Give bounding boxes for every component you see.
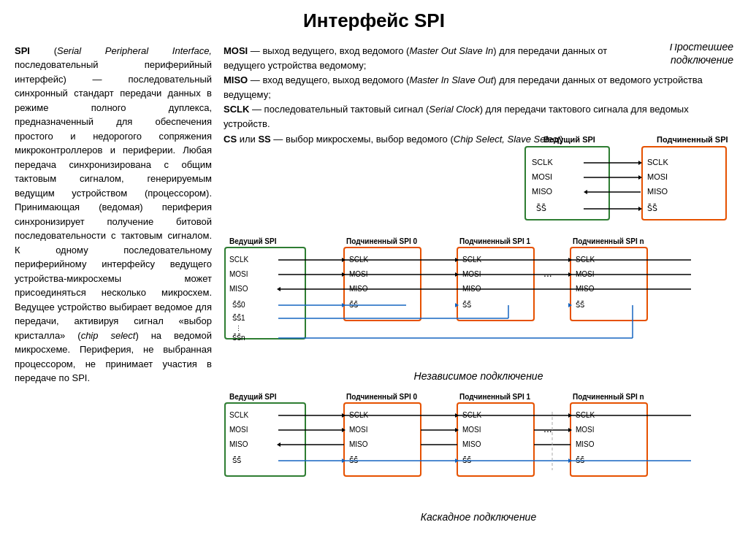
svg-text:MISO: MISO [229, 285, 248, 293]
svg-text:Подчиненный SPI 0: Подчиненный SPI 0 [346, 393, 418, 401]
svg-text:Подчиненный SPI 1: Подчиненный SPI 1 [459, 393, 531, 401]
svg-text:MOSI: MOSI [462, 426, 481, 434]
svg-text:MOSI: MOSI [229, 270, 248, 278]
svg-text:Ведущий SPI: Ведущий SPI [229, 393, 277, 401]
svg-text:MISO: MISO [229, 440, 248, 448]
svg-text:Подчиненный SPI 0: Подчиненный SPI 0 [346, 237, 418, 245]
page-title: Интерфейс SPI [15, 7, 733, 35]
svg-text:Ведущий SPI: Ведущий SPI [229, 237, 277, 245]
svg-text:S̄S̄0: S̄S̄0 [232, 301, 245, 309]
svg-text:SCLK: SCLK [229, 411, 248, 419]
svg-text:S̄S̄: S̄S̄ [462, 301, 471, 309]
left-description: SPI (Serial Peripheral Interface, послед… [15, 44, 212, 531]
svg-text:⋮: ⋮ [235, 325, 242, 332]
svg-text:SCLK: SCLK [532, 158, 553, 166]
cascade-connection-section: Ведущий SPI SCLK MOSI MISO S̄S̄ Подчинен… [224, 390, 733, 525]
svg-marker-57 [277, 287, 280, 291]
svg-marker-17 [584, 190, 587, 194]
svg-text:MISO: MISO [647, 187, 668, 196]
svg-text:S̄S̄: S̄S̄ [647, 204, 657, 212]
right-content: Простейшее подключение MOSI — выход веду… [224, 44, 733, 531]
simple-connection-diagram: Ведущий SPI SCLK MOSI MISO S̄S̄ Подчинен… [522, 132, 733, 227]
diagrams-area: Ведущий SPI SCLK MOSI MISO S̄S̄0 S̄S̄1 ⋮… [224, 234, 733, 525]
cascade-connection-diagram: Ведущий SPI SCLK MOSI MISO S̄S̄ Подчинен… [224, 390, 691, 503]
simple-connection-label: Простейшее подключение [638, 44, 733, 66]
svg-text:MOSI: MOSI [576, 426, 595, 434]
svg-text:SCLK: SCLK [229, 256, 248, 264]
independent-connection-section: Ведущий SPI SCLK MOSI MISO S̄S̄0 S̄S̄1 ⋮… [224, 234, 733, 384]
svg-text:...: ... [543, 423, 552, 434]
svg-text:Подчиненный SPI n: Подчиненный SPI n [573, 393, 644, 401]
svg-text:Подчиненный SPI 1: Подчиненный SPI 1 [459, 237, 531, 245]
independent-connection-diagram: Ведущий SPI SCLK MOSI MISO S̄S̄0 S̄S̄1 ⋮… [224, 234, 691, 362]
svg-text:MISO: MISO [532, 187, 553, 196]
cascade-label: Каскадное подключение [224, 510, 733, 524]
svg-text:S̄S̄1: S̄S̄1 [232, 314, 245, 322]
svg-text:MOSI: MOSI [349, 426, 368, 434]
svg-text:MISO: MISO [462, 440, 481, 448]
svg-text:Подчиненный SPI n: Подчиненный SPI n [573, 237, 644, 245]
svg-text:MISO: MISO [349, 440, 368, 448]
svg-text:S̄S̄: S̄S̄ [232, 456, 241, 464]
svg-text:SCLK: SCLK [647, 158, 668, 166]
svg-text:S̄S̄n: S̄S̄n [232, 334, 245, 342]
svg-text:...: ... [543, 267, 552, 279]
svg-text:MOSI: MOSI [647, 172, 668, 181]
svg-text:MOSI: MOSI [229, 426, 248, 434]
svg-text:MISO: MISO [576, 440, 595, 448]
svg-text:Ведущий SPI: Ведущий SPI [543, 135, 595, 144]
independent-label: Независимое подключение [224, 369, 733, 383]
right-description: Простейшее подключение MOSI — выход веду… [224, 44, 733, 227]
svg-text:S̄S̄: S̄S̄ [536, 204, 546, 212]
svg-text:Подчиненный SPI: Подчиненный SPI [657, 135, 728, 144]
svg-text:S̄S̄: S̄S̄ [576, 301, 584, 309]
svg-marker-105 [277, 442, 280, 447]
svg-text:MOSI: MOSI [532, 172, 552, 181]
